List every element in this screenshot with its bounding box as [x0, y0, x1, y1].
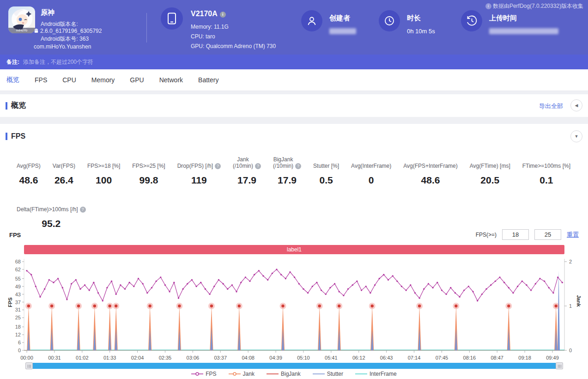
phone-icon — [167, 12, 177, 24]
stat-item: FTime>=100ms [%]0.1 — [522, 154, 570, 186]
tab-CPU[interactable]: CPU — [62, 76, 76, 84]
header-divider — [146, 13, 147, 43]
stat-item: BigJank (/10min)?17.9 — [273, 154, 301, 186]
device-cpu: CPU: taro — [191, 33, 215, 40]
svg-text:18: 18 — [15, 324, 21, 330]
svg-text:03:37: 03:37 — [214, 355, 227, 361]
svg-text:08:47: 08:47 — [491, 355, 503, 361]
tab-Battery[interactable]: Battery — [198, 76, 218, 84]
section-accent-bar — [6, 102, 7, 110]
legend-swatch-icon — [191, 372, 203, 376]
svg-text:2: 2 — [569, 259, 572, 264]
svg-text:03:06: 03:06 — [187, 355, 200, 361]
fps-threshold-filter: FPS(>=) 重置 — [476, 229, 579, 240]
help-icon[interactable]: ? — [295, 163, 301, 169]
legend-item-jank[interactable]: Jank — [229, 371, 255, 377]
svg-text:68: 68 — [15, 259, 21, 264]
svg-text:05:41: 05:41 — [325, 355, 338, 361]
slider-handle-left[interactable] — [25, 362, 33, 369]
svg-text:06:12: 06:12 — [352, 355, 365, 361]
svg-text:01:02: 01:02 — [76, 355, 89, 361]
stat-value: 48.6 — [421, 175, 440, 186]
legend-swatch-icon — [355, 372, 367, 376]
stat-value: 100 — [96, 175, 112, 186]
collapse-left-button[interactable]: ◀ — [570, 99, 582, 111]
stat-value: 119 — [191, 175, 207, 186]
help-icon[interactable]: ? — [215, 163, 221, 169]
device-name: V2170Ai — [191, 10, 226, 18]
upload-icon-circle — [461, 10, 482, 31]
stat-item: Stutter [%]0.5 — [313, 154, 339, 186]
app-header: miHoYo 原神 Android版本名: 2.6.0_6179196_6305… — [0, 0, 588, 55]
svg-text:37: 37 — [15, 300, 21, 305]
stat-item: FPS>=25 [%]99.8 — [132, 154, 165, 186]
tab-Network[interactable]: Network — [159, 76, 183, 84]
tab-GPU[interactable]: GPU — [130, 76, 144, 84]
device-memory: Memory: 11.1G — [191, 24, 229, 30]
reset-button[interactable]: 重置 — [567, 231, 579, 239]
clock-icon — [384, 15, 395, 26]
upload-time-label: 上传时间 — [489, 14, 517, 23]
fps-threshold-input-low[interactable] — [502, 229, 529, 240]
svg-text:09:18: 09:18 — [518, 355, 531, 361]
stat-label: Delta(FTime)>100ms [/h]? — [17, 198, 86, 213]
fps-chart-title: FPS — [9, 232, 21, 238]
legend-item-bigjank[interactable]: BigJank — [267, 371, 301, 377]
help-icon[interactable]: ? — [255, 163, 261, 169]
svg-text:06:43: 06:43 — [380, 355, 393, 361]
legend-item-stutter[interactable]: Stutter — [313, 371, 343, 377]
tab-概览[interactable]: 概览 — [6, 76, 19, 84]
slider-track[interactable] — [33, 363, 556, 369]
android-build: Android版本号: 363 — [41, 35, 89, 43]
remark-bar[interactable]: 备注: 添加备注，不超过200个字符 — [0, 55, 588, 69]
fps-filter-label: FPS(>=) — [476, 232, 497, 238]
remark-placeholder: 添加备注，不超过200个字符 — [23, 58, 93, 66]
fps-chart-svg[interactable]: 061218253137434955626801200:0000:3101:02… — [0, 255, 588, 362]
svg-text:07:45: 07:45 — [436, 355, 449, 361]
legend-label: FPS — [206, 371, 216, 377]
device-info-icon[interactable]: i — [220, 12, 226, 18]
info-icon: i — [485, 3, 491, 9]
export-all-link[interactable]: 导出全部 — [539, 102, 563, 110]
legend-item-fps[interactable]: FPS — [191, 371, 216, 377]
history-icon — [466, 15, 478, 27]
chart-label-banner[interactable]: label1 — [24, 245, 564, 254]
fps-section-header: FPS — [6, 132, 25, 141]
legend-label: InterFrame — [370, 371, 397, 377]
tab-FPS[interactable]: FPS — [35, 76, 47, 84]
collapse-down-button[interactable]: ▼ — [570, 130, 582, 142]
stat-value: 17.9 — [278, 175, 297, 186]
remark-label: 备注: — [6, 58, 19, 66]
stat-label: Var(FPS) — [53, 154, 75, 169]
svg-text:25: 25 — [15, 315, 21, 320]
svg-text:6: 6 — [18, 340, 21, 345]
svg-text:01:33: 01:33 — [103, 355, 116, 361]
stat-value: 95.2 — [42, 218, 61, 229]
svg-text:00:31: 00:31 — [48, 355, 61, 361]
divider-band — [0, 117, 588, 124]
stat-item: Avg(FPS)48.6 — [17, 154, 41, 186]
stat-label: Avg(FTime) [ms] — [470, 154, 510, 169]
divider-band — [0, 91, 588, 94]
chart-range-slider — [25, 362, 563, 369]
stat-value: 48.6 — [19, 175, 38, 186]
tab-Memory[interactable]: Memory — [91, 76, 115, 84]
stat-label: FPS>=25 [%] — [132, 154, 165, 169]
duration-label: 时长 — [407, 14, 421, 23]
fps-section-title: FPS — [11, 132, 25, 141]
overview-title: 概览 — [11, 101, 26, 110]
chevron-down-icon: ▼ — [575, 134, 579, 139]
fps-threshold-input-high[interactable] — [534, 229, 561, 240]
stat-value: 0.5 — [319, 175, 333, 186]
y-axis-label-jank: Jank — [576, 292, 582, 310]
stat-value: 17.9 — [237, 175, 256, 186]
legend-item-interframe[interactable]: InterFrame — [355, 371, 397, 377]
tab-bar: 概览FPSCPUMemoryGPUNetworkBattery — [0, 69, 588, 91]
stat-label: Avg(InterFrame) — [351, 154, 391, 169]
person-icon — [306, 15, 317, 26]
device-gpu: GPU: Qualcomm Adreno (TM) 730 — [191, 43, 276, 49]
fps-chart[interactable]: 061218253137434955626801200:0000:3101:02… — [0, 255, 588, 362]
slider-handle-right[interactable] — [556, 362, 563, 369]
stat-item: Jank (/10min)?17.9 — [233, 154, 261, 186]
help-icon[interactable]: ? — [80, 207, 86, 213]
